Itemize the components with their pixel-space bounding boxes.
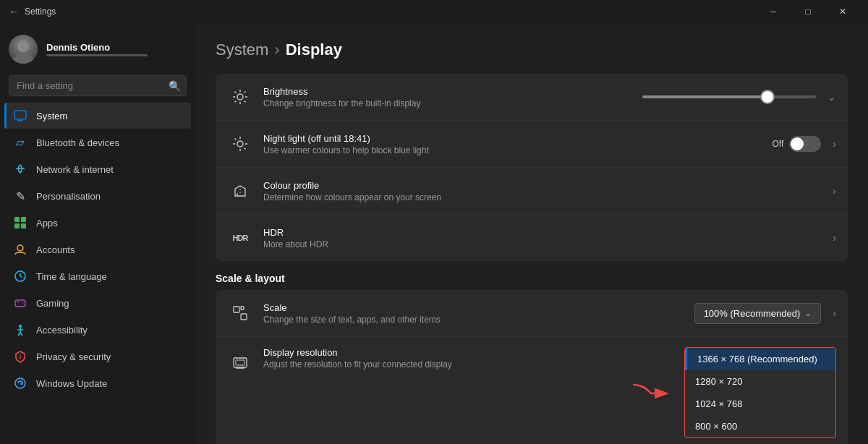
resolution-option-2[interactable]: 1024 × 768 xyxy=(685,393,835,415)
sidebar-item-network[interactable]: Network & internet xyxy=(4,156,191,182)
app-title: Settings xyxy=(25,7,56,17)
svg-line-32 xyxy=(244,101,246,103)
breadcrumb-sep: › xyxy=(274,40,279,59)
resolution-option-0[interactable]: 1366 × 768 (Recommended) xyxy=(685,348,835,370)
svg-point-25 xyxy=(15,378,25,388)
sidebar-item-system[interactable]: System xyxy=(4,103,191,129)
close-button[interactable]: ✕ xyxy=(826,0,859,23)
display-resolution-icon xyxy=(227,350,253,376)
personalisation-icon: ✎ xyxy=(13,189,27,203)
user-sub xyxy=(46,54,148,56)
svg-rect-7 xyxy=(14,223,20,229)
sidebar-item-label-network: Network & internet xyxy=(36,164,114,175)
scale-dropdown-value: 100% (Recommended) xyxy=(704,308,801,319)
privacy-icon xyxy=(13,349,27,364)
svg-point-18 xyxy=(19,325,22,328)
hdr-row[interactable]: HDR HDR More about HDR › xyxy=(216,215,848,261)
svg-line-34 xyxy=(244,92,246,93)
sidebar-item-privacy[interactable]: Privacy & security xyxy=(4,343,191,370)
colour-profile-row[interactable]: Colour profile Determine how colours app… xyxy=(216,168,848,215)
sidebar-item-label-time: Time & language xyxy=(36,271,107,282)
svg-rect-3 xyxy=(17,120,23,121)
brightness-control[interactable]: ⌄ xyxy=(642,91,836,103)
scale-control[interactable]: 100% (Recommended) ⌄ › xyxy=(694,303,836,324)
svg-point-4 xyxy=(20,171,21,173)
sidebar-item-gaming[interactable]: Gaming xyxy=(4,290,191,316)
scale-dropdown[interactable]: 100% (Recommended) ⌄ xyxy=(694,303,822,324)
svg-line-31 xyxy=(235,92,237,93)
red-arrow xyxy=(629,379,687,405)
svg-rect-44 xyxy=(241,314,247,320)
sidebar-item-apps[interactable]: Apps xyxy=(4,210,191,236)
night-light-desc: Use warmer colours to help block blue li… xyxy=(263,145,773,155)
colour-profile-title: Colour profile xyxy=(263,180,827,191)
sidebar-item-label-accounts: Accounts xyxy=(36,244,75,255)
sidebar-item-label-update: Windows Update xyxy=(36,378,107,389)
accounts-icon xyxy=(13,242,27,257)
sidebar-item-time[interactable]: Time & language xyxy=(4,263,191,289)
scale-layout-heading: Scale & layout xyxy=(216,273,848,284)
brightness-icon xyxy=(227,84,253,110)
accessibility-icon xyxy=(13,323,27,337)
night-light-text: Night light (off until 18:41) Use warmer… xyxy=(263,133,773,155)
display-settings-group: Brightness Change brightness for the bui… xyxy=(216,74,848,261)
titlebar-left: ← Settings xyxy=(9,6,56,17)
svg-line-40 xyxy=(235,139,237,140)
svg-point-24 xyxy=(20,354,21,356)
brightness-slider[interactable] xyxy=(642,95,816,98)
brightness-text: Brightness Change brightness for the bui… xyxy=(263,86,642,108)
svg-rect-48 xyxy=(236,360,244,365)
hdr-icon: HDR xyxy=(227,225,253,251)
svg-rect-5 xyxy=(14,217,20,222)
back-icon[interactable]: ← xyxy=(9,6,19,17)
sidebar-item-label-apps: Apps xyxy=(36,218,58,229)
svg-rect-6 xyxy=(21,217,26,222)
display-resolution-row: Display resolution Adjust the resolution… xyxy=(216,337,848,444)
scale-title: Scale xyxy=(263,302,694,313)
display-resolution-desc: Adjust the resolution to fit your connec… xyxy=(263,359,629,370)
sidebar-item-label-accessibility: Accessibility xyxy=(36,325,88,336)
system-icon xyxy=(13,108,27,123)
brightness-title: Brightness xyxy=(263,86,642,97)
maximize-button[interactable]: □ xyxy=(791,0,825,23)
sidebar: Dennis Otieno 🔍 System ▱ Bl xyxy=(0,23,195,444)
sidebar-item-accessibility[interactable]: Accessibility xyxy=(4,317,191,343)
user-profile[interactable]: Dennis Otieno xyxy=(0,23,195,72)
titlebar-controls: ─ □ ✕ xyxy=(757,0,859,23)
resolution-option-1[interactable]: 1280 × 720 xyxy=(685,370,835,393)
brightness-desc: Change brightness for the built-in displ… xyxy=(263,98,642,108)
svg-rect-8 xyxy=(21,223,26,229)
gaming-icon xyxy=(13,296,27,310)
svg-point-35 xyxy=(237,141,243,147)
sidebar-item-update[interactable]: Windows Update xyxy=(4,370,191,396)
sidebar-item-label-bluetooth: Bluetooth & devices xyxy=(36,137,119,148)
sidebar-item-accounts[interactable]: Accounts xyxy=(4,236,191,262)
display-resolution-title: Display resolution xyxy=(263,347,629,358)
svg-point-16 xyxy=(22,302,23,303)
svg-point-17 xyxy=(22,303,23,304)
svg-line-33 xyxy=(235,101,237,103)
svg-point-9 xyxy=(17,245,23,251)
display-resolution-control: 1366 × 768 (Recommended) 1280 × 720 1024… xyxy=(629,347,836,438)
resolution-dropdown[interactable]: 1366 × 768 (Recommended) 1280 × 720 1024… xyxy=(684,347,836,438)
brightness-row: Brightness Change brightness for the bui… xyxy=(216,74,848,121)
user-name: Dennis Otieno xyxy=(46,42,148,53)
brightness-chevron: ⌄ xyxy=(827,91,836,103)
resolution-option-3[interactable]: 800 × 600 xyxy=(685,415,835,437)
night-light-toggle-label: Off xyxy=(773,139,784,149)
sidebar-nav: System ▱ Bluetooth & devices Network & i… xyxy=(0,102,195,397)
minimize-button[interactable]: ─ xyxy=(757,0,790,23)
search-input[interactable] xyxy=(9,75,187,96)
sidebar-item-bluetooth[interactable]: ▱ Bluetooth & devices xyxy=(4,129,191,155)
sidebar-item-label-system: System xyxy=(36,111,67,121)
colour-profile-icon xyxy=(227,178,253,204)
hdr-title: HDR xyxy=(263,227,827,238)
svg-rect-45 xyxy=(241,307,244,309)
svg-line-22 xyxy=(20,333,22,336)
search-box: 🔍 xyxy=(9,75,187,96)
svg-line-41 xyxy=(244,148,246,150)
sidebar-item-personalisation[interactable]: ✎ Personalisation xyxy=(4,183,191,209)
slider-thumb[interactable] xyxy=(760,90,775,104)
night-light-toggle[interactable] xyxy=(789,136,821,152)
scale-layout-group: Scale Change the size of text, apps, and… xyxy=(216,290,848,444)
